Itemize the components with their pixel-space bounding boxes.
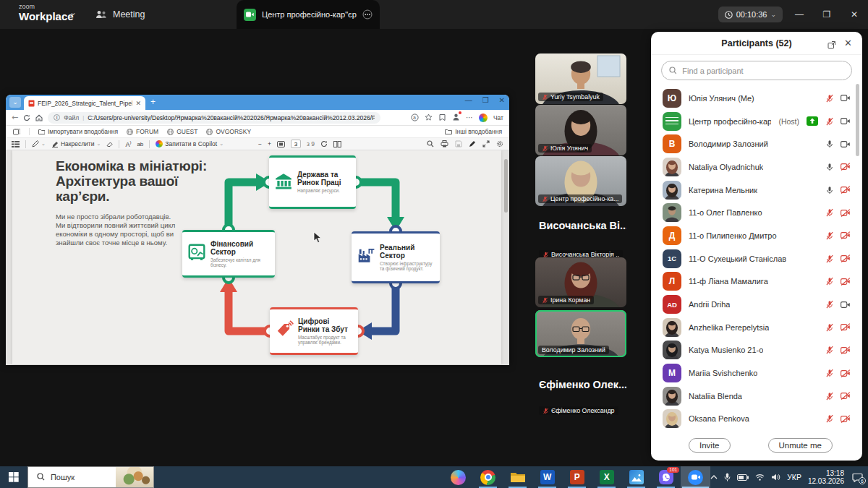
browser-tab-pdf[interactable]: FEIP_2026_Strategic_Talent_Pipeli ✕	[24, 96, 145, 110]
save-icon[interactable]	[455, 140, 462, 147]
taskbar-app-excel[interactable]: X	[592, 466, 621, 488]
participant-row[interactable]: Nataliia Blenda	[651, 385, 862, 408]
back-icon[interactable]: ←	[12, 113, 18, 122]
taskbar-app-explorer[interactable]	[503, 466, 532, 488]
minimize-button[interactable]: —	[786, 9, 813, 20]
participant-row[interactable]: Катерина Мельник	[651, 179, 862, 202]
zoom-out-button[interactable]: −	[258, 140, 262, 147]
home-icon[interactable]	[35, 114, 43, 121]
video-tile[interactable]: Ірина Корман	[535, 257, 626, 307]
participant-row[interactable]: ВВолодимир Залозний	[651, 132, 862, 155]
participant-row[interactable]: Anzhelika Perepelytsia	[651, 316, 862, 339]
tab-meeting[interactable]: Meeting	[95, 0, 145, 29]
start-button[interactable]	[0, 466, 27, 488]
bookmark-item[interactable]: GUEST	[167, 128, 197, 135]
battery-icon[interactable]	[737, 474, 749, 481]
tray-expand-icon[interactable]	[710, 475, 718, 479]
unmute-me-button[interactable]: Unmute me	[768, 438, 833, 453]
bookmark-item[interactable]: FORUM	[127, 128, 158, 135]
read-aloud-button[interactable]: A)	[125, 140, 131, 148]
taskbar-app-word[interactable]: W	[532, 466, 562, 488]
invite-button[interactable]: Invite	[689, 438, 731, 453]
close-panel-icon[interactable]: ✕	[844, 38, 852, 48]
taskbar-search[interactable]: Пошук	[27, 466, 154, 488]
rotate-icon[interactable]	[320, 140, 328, 147]
microphone-icon[interactable]	[724, 473, 731, 481]
search-input[interactable]	[681, 66, 844, 76]
collections-icon[interactable]	[13, 129, 20, 135]
taskbar-clock[interactable]: 13:18 12.03.2026	[808, 469, 844, 485]
participant-row[interactable]: Л11-ф Ліана Мамалига	[651, 270, 862, 294]
language-indicator[interactable]: УКР	[787, 473, 801, 481]
volume-icon[interactable]	[771, 474, 780, 481]
eraser-icon[interactable]	[106, 141, 113, 147]
maximize-button[interactable]: ❐	[813, 9, 841, 20]
zoom-in-button[interactable]: +	[268, 140, 271, 147]
tab-close-icon[interactable]: ✕	[135, 100, 141, 107]
refresh-icon[interactable]	[23, 114, 30, 121]
page-view-icon[interactable]	[333, 141, 341, 147]
more-options-icon[interactable]	[362, 9, 373, 20]
pop-out-icon[interactable]	[827, 39, 836, 52]
highlighter-tool[interactable]: Накреслити ⌄	[51, 140, 101, 147]
taskbar-app-chrome[interactable]	[473, 466, 503, 488]
pen-tool[interactable]: ⌄	[32, 140, 46, 147]
search-icon[interactable]	[427, 140, 434, 147]
copilot-button[interactable]: Запитати в Copilot ⌄	[156, 140, 224, 147]
taskbar-app-copilot[interactable]	[443, 466, 473, 488]
translate-icon[interactable]: a	[411, 114, 419, 121]
video-tile[interactable]: Володимир Залозний	[535, 310, 626, 357]
wifi-icon[interactable]	[755, 474, 765, 481]
taskbar-app-viber[interactable]: 101	[651, 466, 681, 488]
browser-minimize-button[interactable]: —	[465, 96, 472, 104]
chat-button-label[interactable]: Чат	[493, 114, 503, 121]
participant-row[interactable]: 11-о Олег Павленко	[651, 201, 862, 224]
bookmark-item[interactable]: Імпортувати вподобання	[38, 128, 118, 135]
video-tile[interactable]: Yuriy Tsymbalyuk	[535, 53, 626, 104]
browser-maximize-button[interactable]: ❐	[482, 96, 489, 104]
favorites-bar-icon[interactable]	[438, 114, 446, 121]
taskbar-app-photos[interactable]	[621, 466, 651, 488]
participant-row[interactable]: Katya Musienko 21-о	[651, 339, 862, 362]
other-bookmarks[interactable]: Інші вподобання	[445, 128, 502, 135]
tab-search-chevron[interactable]: ⌄	[9, 97, 21, 108]
favorite-star-icon[interactable]	[425, 114, 433, 121]
participant-row[interactable]: Oksana Penkova	[651, 408, 862, 431]
fullscreen-icon[interactable]	[482, 140, 490, 147]
tab-active-meeting[interactable]: Центр професійно-кар"єрної ор	[237, 0, 380, 29]
video-tile[interactable]: Центр професійно-ка...	[535, 156, 626, 206]
page-info-icon[interactable]: i	[54, 114, 60, 121]
text-tool[interactable]: ab	[137, 141, 143, 147]
participant-row[interactable]: MMariia Svishchenko	[651, 361, 862, 385]
table-of-contents-icon[interactable]	[12, 141, 20, 147]
meeting-timer[interactable]: 00:10:36 ⌄	[718, 7, 783, 22]
taskbar-app-zoom[interactable]	[681, 466, 710, 488]
page-number-input[interactable]: 3	[291, 140, 301, 148]
video-tile[interactable]: Юлія Улянич	[535, 105, 626, 155]
pdf-scrollbar[interactable]	[504, 159, 508, 213]
action-center-icon[interactable]: 6	[851, 471, 864, 483]
participant-row[interactable]: Nataliya Olyadnichuk	[651, 155, 862, 179]
edit-icon[interactable]	[469, 140, 476, 147]
participant-row[interactable]: Центр професійно-кар"єрної ...(Host)	[651, 110, 862, 133]
close-button[interactable]: ✕	[841, 9, 868, 20]
participant-row[interactable]: Д11-о Пилипенко Дмитро	[651, 224, 862, 247]
participant-row[interactable]: ADAndrii Driha	[651, 293, 862, 316]
copilot-chat-icon[interactable]	[479, 114, 488, 122]
new-tab-button[interactable]: +	[150, 97, 156, 107]
browser-close-button[interactable]: ✕	[499, 96, 505, 104]
gear-icon[interactable]	[496, 140, 503, 147]
taskbar-app-powerpoint[interactable]: P	[562, 466, 592, 488]
fit-page-icon[interactable]	[277, 141, 285, 147]
bookmark-item[interactable]: OVGORSKY	[206, 128, 251, 135]
video-placeholder-tile[interactable]: Єфіменко Олек...Єфіменко Олександр	[535, 373, 626, 415]
profile-avatar[interactable]	[452, 113, 460, 122]
doodle-art[interactable]	[116, 467, 153, 487]
chevron-down-icon[interactable]: ⌄	[69, 7, 77, 17]
participant-row[interactable]: 1С11-О Сухецький Станіслав	[651, 247, 862, 270]
settings-menu-icon[interactable]: ⋯	[466, 114, 473, 121]
url-field[interactable]: i Файл | C:/Users/pre-university/Desktop…	[48, 112, 380, 124]
video-placeholder-tile[interactable]: Височанська Ві...Височанська Вікторія ..…	[535, 214, 626, 259]
participant-search[interactable]	[661, 61, 852, 80]
participant-row[interactable]: ЮЮлія Улянич (Me)	[651, 87, 862, 110]
